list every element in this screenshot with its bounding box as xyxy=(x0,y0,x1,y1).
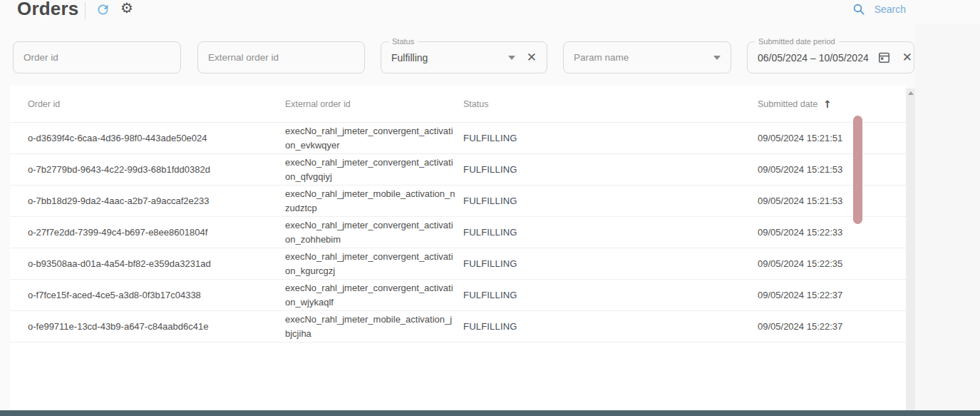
cell-status: FULFILLING xyxy=(463,321,758,332)
param-name-placeholder: Param name xyxy=(574,52,713,63)
table-row[interactable]: o-fe99711e-13cd-43b9-a647-c84aabd6c41e e… xyxy=(10,311,906,343)
cell-order-id: o-fe99711e-13cd-43b9-a647-c84aabd6c41e xyxy=(28,321,285,332)
calendar-icon[interactable] xyxy=(877,51,891,64)
column-header-submitted-date[interactable]: Submitted date ↑ xyxy=(758,98,906,110)
cell-status: FULFILLING xyxy=(463,227,758,238)
cell-external-order-id: execNo_rahl_jmeter_convergent_activation… xyxy=(285,156,463,184)
cell-status: FULFILLING xyxy=(463,258,758,269)
bottom-bar xyxy=(0,410,980,416)
cell-external-order-id: execNo_rahl_jmeter_mobile_activation_nzu… xyxy=(285,187,463,215)
cell-status: FULFILLING xyxy=(463,133,758,143)
refresh-icon xyxy=(96,9,110,19)
chevron-down-icon[interactable] xyxy=(713,56,721,60)
title-divider xyxy=(85,1,86,19)
refresh-button[interactable] xyxy=(96,2,110,19)
cell-submitted-date: 09/05/2024 15:22:35 xyxy=(758,258,906,269)
cell-external-order-id: execNo_rahl_jmeter_convergent_activation… xyxy=(285,124,463,153)
settings-button[interactable]: ⚙ xyxy=(120,1,133,15)
top-bar: Orders ⚙ Search xyxy=(0,0,980,23)
submitted-date-period-value: 06/05/2024 – 10/05/2024 xyxy=(758,52,869,64)
filter-row: Status Fulfilling ✕ Param name Submitted… xyxy=(13,41,914,73)
cell-external-order-id: execNo_rahl_jmeter_convergent_activation… xyxy=(285,281,463,310)
cell-external-order-id: execNo_rahl_jmeter_convergent_activation… xyxy=(285,250,463,278)
table-row[interactable]: o-b93508aa-d01a-4a54-bf82-e359da3231ad e… xyxy=(10,248,906,280)
order-id-input[interactable] xyxy=(24,52,170,63)
scrollbar-up-arrow-icon[interactable] xyxy=(908,91,914,95)
cell-order-id: o-7b2779bd-9643-4c22-99d3-68b1fdd0382d xyxy=(28,164,285,175)
cell-submitted-date: 09/05/2024 15:21:53 xyxy=(758,196,906,206)
sort-ascending-icon: ↑ xyxy=(823,98,832,110)
table-row[interactable]: o-7bb18d29-9da2-4aac-a2b7-a9accaf2e233 e… xyxy=(10,186,906,217)
cell-status: FULFILLING xyxy=(463,290,758,300)
cell-order-id: o-7bb18d29-9da2-4aac-a2b7-a9accaf2e233 xyxy=(28,196,285,206)
scrollbar[interactable] xyxy=(906,88,915,410)
table-row[interactable]: o-27f7e2dd-7399-49c4-b697-e8ee8601804f e… xyxy=(10,217,906,248)
search-icon xyxy=(852,3,865,16)
cell-submitted-date: 09/05/2024 15:22:37 xyxy=(758,290,906,300)
search-button[interactable]: Search xyxy=(852,3,906,16)
status-clear-icon[interactable]: ✕ xyxy=(527,51,537,64)
page-title: Orders xyxy=(17,0,78,20)
order-id-field xyxy=(13,41,181,73)
status-value: Fulfilling xyxy=(391,52,508,64)
cell-order-id: o-d3639f4c-6caa-4d36-98f0-443ade50e024 xyxy=(28,133,285,143)
orders-table: Order id External order id Status Submit… xyxy=(10,86,906,410)
cell-status: FULFILLING xyxy=(463,164,758,175)
status-select[interactable]: Status Fulfilling ✕ xyxy=(381,41,547,73)
search-label: Search xyxy=(875,4,906,15)
cell-order-id: o-f7fce15f-aced-4ce5-a3d8-0f3b17c04338 xyxy=(28,290,285,300)
cell-external-order-id: execNo_rahl_jmeter_convergent_activation… xyxy=(285,218,463,247)
external-order-id-input[interactable] xyxy=(208,52,354,63)
cell-order-id: o-27f7e2dd-7399-49c4-b697-e8ee8601804f xyxy=(28,227,285,238)
column-header-submitted-date-label: Submitted date xyxy=(758,99,817,109)
submitted-date-period-field[interactable]: Submitted date period 06/05/2024 – 10/05… xyxy=(747,41,914,73)
scrollbar-thumb-highlight[interactable] xyxy=(853,116,862,224)
status-label: Status xyxy=(388,37,418,46)
cell-status: FULFILLING xyxy=(463,196,758,206)
external-order-id-field xyxy=(197,41,365,73)
table-row[interactable]: o-7b2779bd-9643-4c22-99d3-68b1fdd0382d e… xyxy=(10,154,906,186)
column-header-external-order-id[interactable]: External order id xyxy=(285,99,463,109)
submitted-date-period-label: Submitted date period xyxy=(755,37,839,46)
table-header-row: Order id External order id Status Submit… xyxy=(10,86,906,123)
cell-order-id: o-b93508aa-d01a-4a54-bf82-e359da3231ad xyxy=(28,258,285,269)
cell-external-order-id: execNo_rahl_jmeter_mobile_activation_jbj… xyxy=(285,313,463,341)
table-row[interactable]: o-f7fce15f-aced-4ce5-a3d8-0f3b17c04338 e… xyxy=(10,280,906,311)
cell-submitted-date: 09/05/2024 15:21:53 xyxy=(758,164,906,175)
cell-submitted-date: 09/05/2024 15:22:37 xyxy=(758,321,906,332)
date-clear-icon[interactable]: ✕ xyxy=(902,51,912,64)
cell-submitted-date: 09/05/2024 15:21:51 xyxy=(758,133,906,143)
chevron-down-icon[interactable] xyxy=(508,56,515,60)
cell-submitted-date: 09/05/2024 15:22:33 xyxy=(758,227,906,238)
gear-icon: ⚙ xyxy=(120,0,133,16)
param-name-select[interactable]: Param name xyxy=(563,41,731,73)
column-header-status[interactable]: Status xyxy=(463,99,758,109)
table-row[interactable]: o-d3639f4c-6caa-4d36-98f0-443ade50e024 e… xyxy=(10,123,906,154)
column-header-order-id[interactable]: Order id xyxy=(28,99,285,109)
page-background-gutter xyxy=(915,24,980,410)
